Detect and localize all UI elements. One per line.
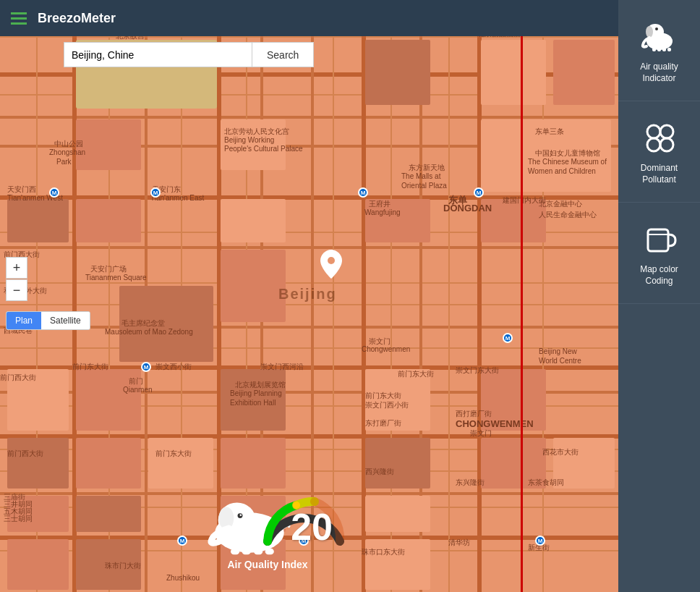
block	[7, 496, 69, 532]
block	[481, 40, 546, 105]
cultural-palace-block	[221, 119, 286, 170]
metro-ciqikou: M	[535, 536, 545, 546]
zhongshan-block	[76, 119, 141, 170]
svg-rect-9	[265, 549, 274, 555]
block	[481, 369, 546, 431]
block	[7, 369, 69, 431]
aq-gauge: 20	[195, 483, 340, 556]
block	[481, 119, 611, 192]
block	[365, 539, 430, 590]
svg-point-22	[660, 138, 673, 151]
block	[365, 199, 430, 242]
road	[0, 326, 618, 329]
block	[76, 438, 141, 489]
block	[481, 438, 546, 489]
road	[0, 304, 618, 305]
block	[148, 438, 213, 489]
block	[365, 496, 430, 532]
svg-point-14	[655, 28, 658, 30]
block	[7, 438, 69, 489]
block	[553, 438, 615, 489]
menu-button[interactable]	[11, 12, 27, 25]
block	[76, 539, 141, 590]
map-container: The Palace Museum 北京故宫 中山公园 Zhongshan Pa…	[0, 0, 700, 592]
sidebar-item-air-quality[interactable]: Air quality Indicator	[618, 0, 700, 101]
block	[221, 199, 286, 242]
metro-zhushikou: M	[177, 536, 187, 546]
svg-rect-18	[667, 48, 671, 51]
right-sidebar: Air quality Indicator Dominant Pollutant	[618, 0, 700, 592]
metro-tiananmen-west: M	[49, 187, 59, 198]
block	[553, 40, 615, 105]
svg-rect-23	[648, 229, 668, 251]
metro-line-indicator	[521, 0, 523, 592]
block	[7, 199, 69, 242]
search-bar: Search	[64, 42, 314, 67]
location-input[interactable]	[64, 42, 252, 67]
sidebar-dominant-pollutant-label: Dominant Pollutant	[626, 163, 693, 185]
block	[365, 40, 430, 105]
block	[7, 539, 69, 590]
sidebar-air-quality-label: Air quality Indicator	[626, 62, 693, 84]
header: BreezoMeter	[0, 0, 618, 36]
block	[481, 199, 546, 242]
svg-rect-17	[662, 48, 666, 51]
sidebar-map-color-coding-label: Map color Coding	[626, 264, 693, 287]
metro-dongdan: M	[474, 187, 484, 198]
tiananmen-square-block	[221, 250, 286, 322]
svg-point-13	[646, 26, 653, 38]
air-quality-icon	[639, 16, 679, 56]
road	[0, 282, 618, 284]
road	[0, 347, 618, 349]
air-quality-widget: 20 Air Quality Index	[195, 483, 340, 570]
metro-chongwenmen: M	[503, 333, 513, 343]
mao-mausoleum-block	[119, 286, 213, 362]
zoom-out-button[interactable]: −	[6, 279, 27, 301]
dominant-pollutant-icon	[639, 117, 679, 157]
block	[221, 438, 286, 489]
svg-rect-7	[242, 549, 251, 555]
road	[0, 116, 618, 119]
svg-point-20	[660, 125, 673, 138]
satellite-button[interactable]: Satellite	[41, 312, 90, 329]
logo: BreezoMeter	[38, 11, 116, 26]
aq-index-value: 20	[291, 505, 333, 549]
svg-rect-8	[254, 549, 262, 555]
block	[76, 199, 141, 242]
block	[365, 438, 430, 489]
block	[76, 496, 141, 532]
svg-point-5	[240, 514, 242, 516]
svg-point-19	[647, 125, 660, 138]
map-pin	[320, 250, 342, 285]
zoom-in-button[interactable]: +	[6, 257, 27, 279]
svg-point-0	[328, 257, 335, 264]
metro-qianmen: M	[141, 362, 151, 372]
plan-button[interactable]: Plan	[7, 312, 41, 329]
search-button[interactable]: Search	[252, 42, 314, 67]
road	[0, 246, 618, 249]
block	[76, 369, 141, 431]
sidebar-item-map-color-coding[interactable]: Map color Coding	[618, 203, 700, 304]
metro-wangfujing: M	[358, 187, 368, 198]
svg-rect-6	[231, 549, 239, 555]
sidebar-item-dominant-pollutant[interactable]: Dominant Pollutant	[618, 101, 700, 203]
map-controls: + −	[6, 257, 27, 301]
block	[365, 369, 430, 431]
svg-rect-15	[652, 48, 656, 51]
map-color-coding-icon	[639, 219, 679, 258]
metro-tiananmen-east: M	[150, 187, 161, 198]
aq-index-label: Air Quality Index	[227, 559, 307, 570]
block	[221, 369, 286, 431]
svg-point-21	[647, 138, 660, 151]
road	[0, 36, 618, 38]
svg-rect-16	[657, 48, 661, 51]
road	[448, 0, 450, 592]
map-type-toggle: Plan Satellite	[6, 311, 90, 330]
